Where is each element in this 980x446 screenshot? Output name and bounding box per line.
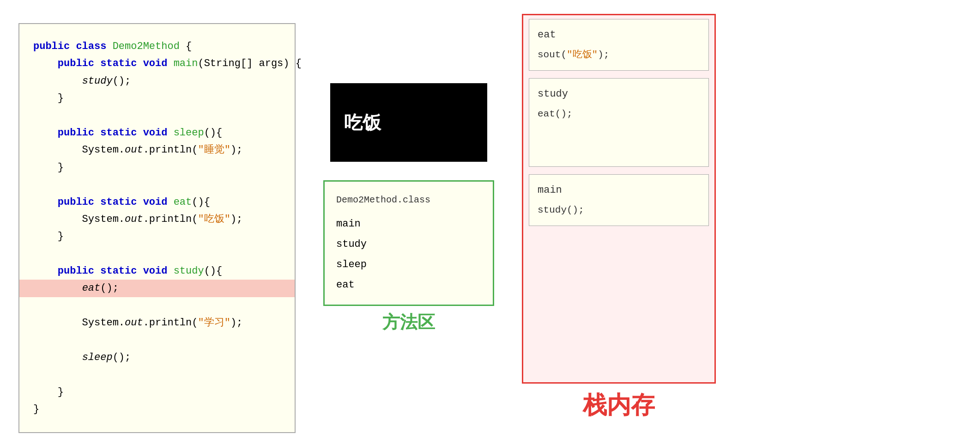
code-line-1: public class Demo2Method { (33, 38, 281, 55)
method-item-eat: eat (336, 275, 481, 295)
code-line-17: System.out.println("学习"); (33, 314, 281, 331)
method-item-main: main (336, 214, 481, 234)
method-item-study: study (336, 234, 481, 255)
main-frame-name: main (538, 180, 700, 201)
code-line-18 (33, 332, 281, 349)
middle-section: 吃饭 Demo2Method.class main study sleep ea… (323, 83, 494, 334)
code-line-4: } (33, 90, 281, 107)
method-area-title: 方法区 (323, 311, 494, 334)
console-text: 吃饭 (344, 110, 381, 135)
code-line-20 (33, 366, 281, 383)
eat-frame-content: sout("吃饭"); (538, 45, 700, 65)
code-line-highlighted: eat(); (19, 280, 295, 297)
code-line-9 (33, 176, 281, 193)
code-line-8: } (33, 159, 281, 176)
method-area-methods: main study sleep eat (336, 214, 481, 295)
method-item-sleep: sleep (336, 255, 481, 275)
code-line-21: } (33, 384, 281, 401)
study-frame-name: study (538, 84, 700, 104)
study-frame-content: eat(); (538, 104, 700, 124)
stack-frame-study: study eat(); (529, 78, 709, 167)
stack-section: eat sout("吃饭"); study eat(); main study(… (522, 14, 716, 422)
main-frame-content: study(); (538, 201, 700, 220)
code-line-14: public static void study(){ (33, 263, 281, 280)
method-area-box: Demo2Method.class main study sleep eat (323, 180, 494, 306)
stack-memory-title: 栈内存 (583, 389, 655, 422)
method-area-container: Demo2Method.class main study sleep eat 方… (323, 180, 494, 334)
code-line-22: } (33, 401, 281, 418)
console-output: 吃饭 (330, 83, 487, 162)
code-line-10: public static void eat(){ (33, 194, 281, 211)
code-panel: public class Demo2Method { public static… (18, 23, 296, 433)
stack-frame-main: main study(); (529, 174, 709, 226)
code-line-12: } (33, 228, 281, 245)
stack-container: eat sout("吃饭"); study eat(); main study(… (522, 14, 716, 384)
code-line-2: public static void main(String[] args) { (33, 55, 281, 72)
stack-frame-eat: eat sout("吃饭"); (529, 19, 709, 71)
eat-frame-name: eat (538, 25, 700, 45)
code-line-3: study(); (33, 73, 281, 90)
code-line-16 (33, 297, 281, 314)
code-line-19: sleep(); (33, 349, 281, 366)
code-line-13 (33, 245, 281, 263)
code-line-11: System.out.println("吃饭"); (33, 211, 281, 228)
method-area-classname: Demo2Method.class (336, 191, 481, 209)
code-line-6: public static void sleep(){ (33, 124, 281, 141)
code-line-5 (33, 107, 281, 124)
code-line-7: System.out.println("睡觉"); (33, 141, 281, 159)
